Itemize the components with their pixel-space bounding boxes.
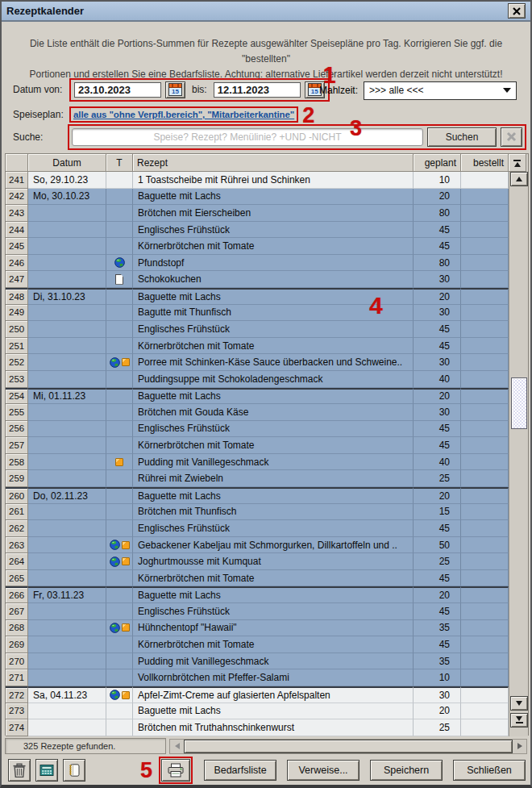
table-row[interactable]: 241 So, 29.10.23 1 Toastscheibe mit Rühr… — [6, 172, 509, 189]
table-row[interactable]: 272 Sa, 04.11.23 Apfel-Zimt-Creme auf gl… — [6, 686, 509, 703]
table-row[interactable]: 245 Körnerbrötchen mit Tomate 45 — [6, 238, 509, 255]
horizontal-scrollbar[interactable] — [169, 739, 527, 754]
header-cell-t[interactable]: T — [106, 154, 133, 172]
scrollbar-thumb[interactable] — [511, 377, 527, 429]
table-row[interactable]: 255 Brötchen mit Gouda Käse 30 — [6, 404, 509, 421]
table-row[interactable]: 273 Baguette mit Lachs 20 — [6, 703, 509, 720]
table-row[interactable]: 246 Pfundstopf 80 — [6, 255, 509, 272]
table-row[interactable]: 270 Pudding mit Vanillegeschmack 35 — [6, 653, 509, 670]
close-button[interactable] — [508, 3, 526, 19]
table-row[interactable]: 267 Englisches Frühstück 45 — [6, 603, 509, 620]
table-row[interactable]: 274 Brötchen mit Truthahnschinkenwurst 2… — [6, 719, 509, 736]
scroll-to-top-button[interactable] — [509, 154, 526, 172]
date-from-input[interactable] — [74, 82, 161, 98]
row-bestellt[interactable] — [461, 669, 509, 686]
row-bestellt[interactable] — [461, 653, 509, 670]
row-bestellt[interactable] — [461, 271, 509, 288]
table-row[interactable]: 258 Pudding mit Vanillegeschmack 40 — [6, 454, 509, 471]
vertical-scrollbar[interactable] — [509, 172, 528, 736]
table-row[interactable]: 263 Gebackener Kabeljau mit Schmorgurken… — [6, 537, 509, 554]
table-row[interactable]: 249 Bagutte mit Thunfisch 30 — [6, 305, 509, 322]
verweise-button[interactable]: Verweise... — [287, 760, 360, 781]
row-bestellt[interactable] — [461, 321, 509, 338]
row-bestellt[interactable] — [461, 537, 509, 554]
delete-button[interactable] — [8, 759, 31, 782]
row-bestellt[interactable] — [461, 686, 509, 703]
print-button[interactable] — [161, 759, 190, 782]
table-row[interactable]: 259 Rührei mit Zwiebeln 25 — [6, 470, 509, 487]
row-bestellt[interactable] — [461, 570, 509, 587]
row-bestellt[interactable] — [461, 388, 509, 405]
row-bestellt[interactable] — [461, 620, 509, 637]
row-bestellt[interactable] — [461, 586, 509, 603]
scroll-to-bottom-button[interactable] — [510, 713, 528, 728]
header-cell-geplant[interactable]: geplant — [414, 154, 461, 172]
row-bestellt[interactable] — [461, 288, 509, 305]
row-bestellt[interactable] — [461, 603, 509, 620]
h-scrollbar-thumb[interactable] — [184, 740, 513, 753]
row-bestellt[interactable] — [461, 437, 509, 454]
scroll-down-button[interactable] — [510, 696, 528, 711]
row-bestellt[interactable] — [461, 553, 509, 570]
bedarfsliste-button[interactable]: Bedarfsliste — [204, 760, 276, 781]
speiseplan-link[interactable]: alle aus "ohne Verpfl.bereich", "Mitarbe… — [73, 110, 294, 119]
row-bestellt[interactable] — [461, 305, 509, 322]
row-bestellt[interactable] — [461, 719, 509, 736]
table-row[interactable]: 256 Englisches Frühstück 45 — [6, 421, 509, 438]
row-bestellt[interactable] — [461, 470, 509, 487]
row-bestellt[interactable] — [461, 636, 509, 653]
search-input[interactable] — [72, 128, 423, 146]
table-row[interactable]: 264 Joghurtmousse mit Kumquat 25 — [6, 553, 509, 570]
table-row[interactable]: 262 Englisches Frühstück 45 — [6, 520, 509, 537]
table-row[interactable]: 251 Körnerbrötchen mit Tomate 45 — [6, 338, 509, 355]
schliessen-button[interactable]: Schließen — [453, 760, 526, 781]
row-bestellt[interactable] — [461, 371, 509, 388]
table-row[interactable]: 252 Porree mit Schinken-Käse Sauce überb… — [6, 354, 509, 371]
row-bestellt[interactable] — [461, 205, 509, 222]
row-bestellt[interactable] — [461, 454, 509, 471]
table-row[interactable]: 244 Englisches Frühstück 45 — [6, 222, 509, 239]
speichern-button[interactable]: Speichern — [370, 760, 443, 781]
calendar-from-button[interactable]: 15 — [165, 81, 185, 98]
row-bestellt[interactable] — [461, 222, 509, 239]
scroll-left-button[interactable] — [170, 740, 184, 753]
row-bestellt[interactable] — [461, 238, 509, 255]
notebook-button[interactable] — [63, 759, 85, 782]
table-row[interactable]: 250 Englisches Frühstück 45 — [6, 321, 509, 338]
clear-search-button[interactable] — [501, 127, 522, 147]
table-row[interactable]: 266 Fr, 03.11.23 Baguette mit Lachs 20 — [6, 586, 509, 603]
scroll-up-button[interactable] — [510, 172, 528, 186]
mahlzeit-dropdown[interactable]: >>> alle <<< — [364, 81, 517, 100]
row-bestellt[interactable] — [461, 338, 509, 355]
table-row[interactable]: 248 Di, 31.10.23 Baguette mit Lachs 20 — [6, 288, 509, 305]
row-bestellt[interactable] — [461, 520, 509, 537]
scroll-right-button[interactable] — [513, 740, 526, 753]
table-row[interactable]: 268 Hühnchentopf "Hawaii" 35 — [6, 620, 509, 637]
header-cell-bestellt[interactable]: bestellt — [461, 154, 509, 172]
row-bestellt[interactable] — [461, 487, 509, 504]
table-row[interactable]: 254 Mi, 01.11.23 Baguette mit Lachs 20 — [6, 388, 509, 405]
row-bestellt[interactable] — [461, 354, 509, 371]
table-row[interactable]: 247 Schokokuchen 30 — [6, 271, 509, 288]
search-button[interactable]: Suchen — [427, 127, 497, 147]
table-row[interactable]: 257 Körnerbrötchen mit Tomate 45 — [6, 437, 509, 454]
table-row[interactable]: 271 Vollkornbrötchen mit Pfeffer-Salami … — [6, 669, 509, 686]
row-bestellt[interactable] — [461, 255, 509, 272]
row-bestellt[interactable] — [461, 404, 509, 421]
table-row[interactable]: 269 Körnerbrötchen mit Tomate 45 — [6, 636, 509, 653]
table-row[interactable]: 253 Puddingsuppe mit Schokoladengeschmac… — [6, 371, 509, 388]
table-row[interactable]: 243 Brötchen mit Eierscheiben 80 — [6, 205, 509, 222]
table-row[interactable]: 261 Brötchen mit Thunfisch 15 — [6, 504, 509, 521]
row-bestellt[interactable] — [461, 189, 509, 206]
date-to-input[interactable] — [214, 82, 301, 98]
calculator-button[interactable] — [35, 759, 58, 782]
table-row[interactable]: 265 Körnerbrötchen mit Tomate 45 — [6, 570, 509, 587]
row-bestellt[interactable] — [461, 421, 509, 438]
row-bestellt[interactable] — [461, 703, 509, 720]
header-cell-rezept[interactable]: Rezept — [133, 154, 414, 172]
table-row[interactable]: 242 Mo, 30.10.23 Baguette mit Lachs 20 — [6, 189, 509, 206]
table-row[interactable]: 260 Do, 02.11.23 Baguette mit Lachs 20 — [6, 487, 509, 504]
header-cell-num[interactable] — [6, 154, 28, 172]
header-cell-datum[interactable]: Datum — [28, 154, 106, 172]
row-bestellt[interactable] — [461, 504, 509, 521]
